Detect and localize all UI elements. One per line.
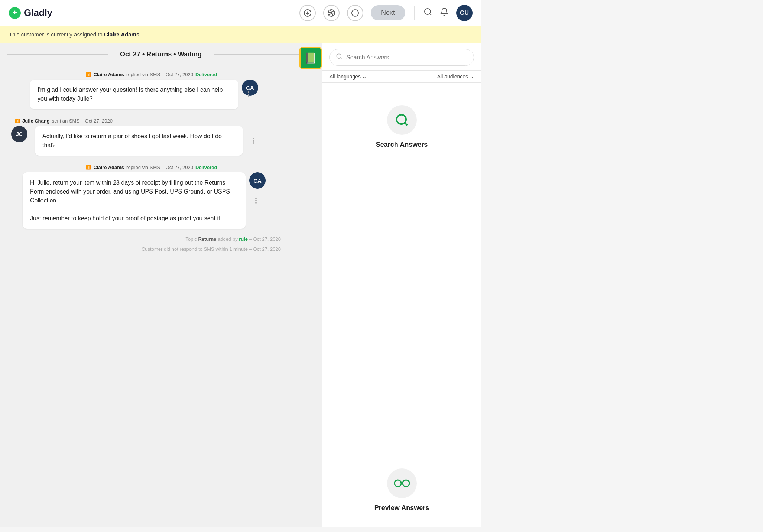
logo-area: + Gladly bbox=[9, 7, 299, 19]
audience-filter-label: All audiences bbox=[437, 74, 468, 80]
svg-line-9 bbox=[405, 123, 407, 125]
preview-icon bbox=[387, 468, 417, 498]
main-layout: Oct 27 • Returns • Waiting 📗 📶 Claire Ad… bbox=[0, 43, 481, 527]
search-icon-answers bbox=[336, 53, 342, 62]
language-filter[interactable]: All languages ⌄ bbox=[329, 74, 367, 80]
sms-icon-3: 📶 bbox=[86, 165, 91, 170]
agent-meta-2: 📶 Claire Adams replied via SMS – Oct 27,… bbox=[11, 165, 292, 170]
preview-title: Preview Answers bbox=[374, 504, 429, 512]
system-message-2: Customer did not respond to SMS within 1… bbox=[11, 246, 292, 252]
next-button[interactable]: Next bbox=[371, 5, 405, 20]
assigned-agent-name: Claire Adams bbox=[104, 31, 139, 38]
agent-avatar-1: CA bbox=[242, 80, 258, 96]
knowledge-base-toggle[interactable]: 📗 bbox=[299, 47, 322, 69]
answers-divider bbox=[329, 166, 474, 166]
language-filter-label: All languages bbox=[329, 74, 361, 80]
phone-button[interactable] bbox=[323, 5, 340, 21]
answers-empty-state: Search Answers bbox=[322, 83, 481, 468]
book-icon: 📗 bbox=[304, 52, 317, 64]
svg-line-7 bbox=[340, 58, 341, 59]
svg-point-10 bbox=[395, 480, 401, 487]
audience-filter[interactable]: All audiences ⌄ bbox=[437, 74, 474, 80]
answers-empty-title: Search Answers bbox=[376, 141, 428, 149]
search-answers-input[interactable] bbox=[346, 54, 468, 61]
message-options-3[interactable] bbox=[255, 198, 257, 204]
message-options-1[interactable] bbox=[248, 91, 249, 97]
assignment-banner: This customer is currently assigned to C… bbox=[0, 26, 481, 43]
language-chevron-icon: ⌄ bbox=[362, 74, 367, 80]
notification-icon[interactable] bbox=[440, 7, 449, 19]
header-divider bbox=[414, 6, 415, 20]
header-icons: Next GU bbox=[299, 5, 473, 21]
audience-chevron-icon: ⌄ bbox=[470, 74, 474, 80]
user-avatar[interactable]: GU bbox=[456, 5, 473, 21]
answers-search-bar bbox=[322, 43, 481, 71]
search-icon[interactable] bbox=[423, 7, 432, 19]
sms-icon-1: 📶 bbox=[86, 72, 91, 77]
agent-bubble-1: I'm glad I could answer your question! I… bbox=[30, 80, 238, 109]
agent-avatar-2: CA bbox=[249, 172, 266, 189]
filters-row: All languages ⌄ All audiences ⌄ bbox=[322, 71, 481, 83]
system-message-1: Topic Returns added by rule – Oct 27, 20… bbox=[11, 236, 292, 242]
thread-header: Oct 27 • Returns • Waiting 📗 bbox=[0, 43, 322, 62]
svg-point-4 bbox=[425, 9, 431, 14]
customer-avatar-1: JC bbox=[11, 126, 27, 142]
logo-text: Gladly bbox=[24, 7, 52, 19]
search-big-icon bbox=[387, 105, 417, 135]
agent-bubble-2: Hi Julie, return your item within 28 day… bbox=[23, 172, 246, 229]
sms-icon-2: 📶 bbox=[15, 119, 20, 123]
customer-message-1: JC Actually, I'd like to return a pair o… bbox=[11, 126, 292, 156]
preview-section: Preview Answers bbox=[322, 468, 481, 527]
agent-message-1: I'm glad I could answer your question! I… bbox=[11, 80, 292, 109]
svg-point-8 bbox=[396, 115, 406, 124]
logo-icon: + bbox=[9, 7, 21, 19]
answers-panel: All languages ⌄ All audiences ⌄ Search A… bbox=[322, 43, 481, 527]
agent-message-2: Hi Julie, return your item within 28 day… bbox=[11, 172, 292, 229]
svg-point-6 bbox=[337, 54, 341, 58]
download-button[interactable] bbox=[299, 5, 316, 21]
chat-panel: Oct 27 • Returns • Waiting 📗 📶 Claire Ad… bbox=[0, 43, 322, 527]
svg-point-11 bbox=[403, 480, 409, 487]
thread-title: Oct 27 • Returns • Waiting bbox=[120, 51, 202, 58]
customer-bubble-1: Actually, I'd like to return a pair of s… bbox=[35, 126, 243, 156]
customer-meta-1: 📶 Julie Chang sent an SMS – Oct 27, 2020 bbox=[11, 118, 292, 124]
thread-line-left bbox=[7, 54, 108, 55]
search-input-wrap bbox=[329, 49, 474, 66]
agent-meta-1: 📶 Claire Adams replied via SMS – Oct 27,… bbox=[11, 72, 292, 77]
messages-container: 📶 Claire Adams replied via SMS – Oct 27,… bbox=[0, 62, 322, 259]
svg-line-5 bbox=[430, 13, 431, 15]
chat-button[interactable] bbox=[347, 5, 363, 21]
app-header: + Gladly Next bbox=[0, 0, 481, 26]
message-options-2[interactable] bbox=[253, 138, 254, 144]
